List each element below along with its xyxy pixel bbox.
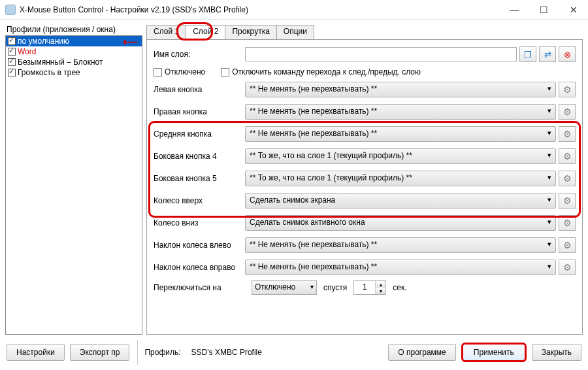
mapping-label: Боковая кнопка 5 — [154, 174, 245, 183]
tab-слой-1[interactable]: Слой 1 — [146, 25, 186, 39]
window-title: X-Mouse Button Control - Настройки v2.19… — [20, 5, 500, 14]
apply-button[interactable]: Применить — [461, 343, 527, 362]
mapping-label: Колесо вниз — [154, 218, 245, 227]
mapping-label: Наклон колеса влево — [154, 241, 245, 250]
spinner-value[interactable]: 1 — [354, 281, 375, 294]
tab-опции[interactable]: Опции — [276, 25, 314, 39]
profile-item[interactable]: Word — [6, 46, 142, 57]
layer-name-label: Имя слоя: — [154, 50, 245, 59]
profile-checkbox[interactable] — [8, 37, 16, 45]
mapping-combo[interactable]: ** То же, что на слое 1 (текущий профиль… — [245, 148, 556, 164]
layer-panel: Имя слоя: ❐ ⇄ ⊗ Отключено Отключить кома… — [146, 39, 583, 335]
gear-icon[interactable]: ⚙ — [559, 215, 576, 231]
spinner-down[interactable]: ▼ — [376, 288, 385, 294]
export-button[interactable]: Экспорт пр — [70, 344, 130, 361]
profile-item[interactable]: по умолчанию⟵ — [6, 36, 142, 46]
mapping-label: Боковая кнопка 4 — [154, 152, 245, 161]
switch-unit: сек. — [393, 283, 406, 292]
profiles-list[interactable]: по умолчанию⟵WordБезымянный – БлокнотГро… — [5, 35, 142, 335]
button-mapping-row: Левая кнопка** Не менять (не перехватыва… — [154, 80, 576, 99]
switch-count-spinner[interactable]: 1 ▲ ▼ — [353, 280, 386, 295]
profile-item[interactable]: Громкость в трее — [6, 67, 142, 78]
mapping-label: Наклон колеса вправо — [154, 263, 245, 272]
gear-icon[interactable]: ⚙ — [559, 193, 576, 209]
button-mapping-row: Правая кнопка** Не менять (не перехватыв… — [154, 103, 576, 121]
disable-switch-checkbox[interactable] — [221, 68, 229, 76]
close-button-footer[interactable]: Закрыть — [532, 344, 581, 361]
disabled-checkbox[interactable] — [154, 68, 162, 76]
mapping-label: Правая кнопка — [154, 107, 245, 116]
mapping-combo[interactable]: ** Не менять (не перехватывать) ** — [245, 237, 556, 253]
footer: Настройки Экспорт пр Профиль: SSD's XMBC… — [0, 340, 588, 365]
app-icon — [5, 5, 16, 15]
gear-icon[interactable]: ⚙ — [559, 104, 576, 120]
close-button[interactable]: ✕ — [559, 0, 588, 20]
spinner-up[interactable]: ▲ — [376, 281, 385, 288]
maximize-button[interactable]: ☐ — [529, 0, 559, 20]
button-mapping-row: Средняя кнопка** Не менять (не перехваты… — [154, 125, 576, 143]
button-mapping-row: Колесо внизСделать снимок активного окна… — [154, 214, 576, 232]
annotation-arrow-icon: ⟵ — [123, 35, 138, 48]
switch-combo[interactable]: Отключено — [252, 280, 317, 295]
profile-label: Профиль: — [144, 348, 180, 357]
tab-слой-2[interactable]: Слой 2 — [186, 25, 225, 39]
button-mapping-row: Колесо вверхСделать снимок экрана⚙ — [154, 192, 576, 210]
gear-icon[interactable]: ⚙ — [559, 126, 576, 142]
gear-icon[interactable]: ⚙ — [559, 148, 576, 164]
minimize-button[interactable]: — — [500, 0, 529, 20]
switch-after-label: спустя — [323, 283, 347, 292]
profile-name: Громкость в трее — [18, 68, 80, 77]
button-mapping-row: Боковая кнопка 4** То же, что на слое 1 … — [154, 147, 576, 165]
mapping-combo[interactable]: ** Не менять (не перехватывать) ** — [245, 260, 556, 275]
mapping-combo[interactable]: Сделать снимок экрана — [245, 193, 556, 209]
profile-name: Word — [18, 47, 36, 56]
profile-name: Безымянный – Блокнот — [18, 58, 103, 67]
mapping-combo[interactable]: ** Не менять (не перехватывать) ** — [245, 104, 556, 120]
copy-button[interactable]: ❐ — [519, 46, 536, 62]
profile-name: по умолчанию — [18, 37, 69, 46]
mapping-label: Колесо вверх — [154, 196, 245, 205]
gear-icon[interactable]: ⚙ — [559, 171, 576, 186]
mapping-combo[interactable]: ** То же, что на слое 1 (текущий профиль… — [245, 171, 556, 186]
titlebar: X-Mouse Button Control - Настройки v2.19… — [0, 0, 588, 20]
profile-checkbox[interactable] — [8, 58, 16, 66]
tabs-container: Слой 1Слой 2ПрокруткаОпции — [146, 25, 583, 39]
profile-item[interactable]: Безымянный – Блокнот — [6, 57, 142, 67]
mapping-combo[interactable]: ** Не менять (не перехватывать) ** — [245, 126, 556, 142]
profile-checkbox[interactable] — [8, 48, 16, 56]
switch-label: Переключиться на — [154, 283, 245, 292]
layer-name-input[interactable] — [245, 47, 517, 61]
disable-switch-checkbox-label[interactable]: Отключить команду перехода к след./преды… — [221, 67, 421, 76]
delete-button[interactable]: ⊗ — [559, 46, 576, 62]
profile-checkbox[interactable] — [8, 69, 16, 76]
gear-icon[interactable]: ⚙ — [559, 82, 576, 97]
gear-icon[interactable]: ⚙ — [559, 260, 576, 275]
button-mapping-row: Боковая кнопка 5** То же, что на слое 1 … — [154, 169, 576, 188]
profile-value: SSD's XMBC Profile — [191, 348, 262, 357]
button-mapping-row: Наклон колеса влево** Не менять (не пере… — [154, 236, 576, 254]
button-mapping-row: Наклон колеса вправо** Не менять (не пер… — [154, 258, 576, 277]
profiles-header: Профили (приложения / окна) — [5, 25, 142, 34]
gear-icon[interactable]: ⚙ — [559, 237, 576, 253]
mapping-combo[interactable]: ** Не менять (не перехватывать) ** — [245, 82, 556, 97]
swap-button[interactable]: ⇄ — [539, 46, 556, 62]
mapping-label: Средняя кнопка — [154, 129, 245, 139]
mapping-label: Левая кнопка — [154, 85, 245, 94]
tab-прокрутка[interactable]: Прокрутка — [225, 25, 276, 39]
mapping-combo[interactable]: Сделать снимок активного окна — [245, 215, 556, 231]
settings-button[interactable]: Настройки — [7, 344, 65, 361]
about-button[interactable]: О программе — [388, 344, 455, 361]
disabled-checkbox-label[interactable]: Отключено — [154, 67, 205, 76]
